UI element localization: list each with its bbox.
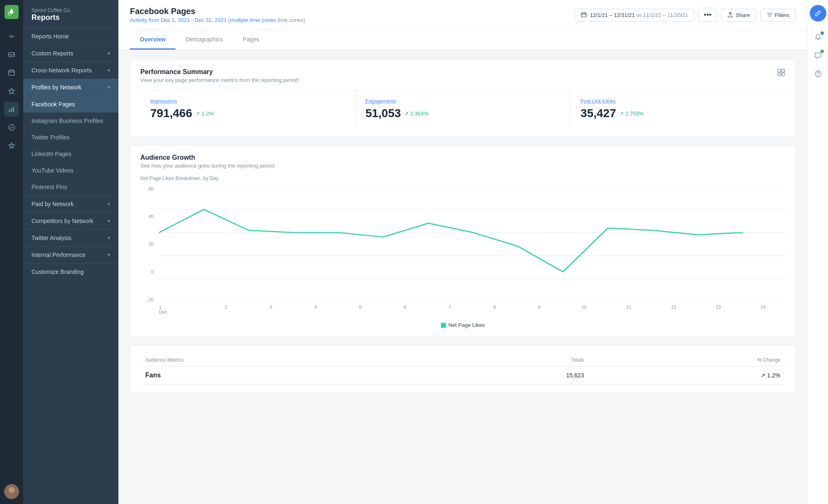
line-chart-svg [159, 186, 785, 302]
compose-icon[interactable]: ✏ [4, 29, 19, 44]
svg-point-7 [7, 493, 17, 499]
engagements-change: ↗ 2,364% [404, 110, 428, 117]
notifications-icon[interactable] [811, 30, 826, 45]
impressions-value: 791,466 ↗ 1.2% [150, 107, 345, 120]
logo-icon[interactable] [5, 5, 19, 19]
content-area: Performance Summary View your key page p… [118, 50, 807, 411]
metric-fans-total: 15,623 [425, 367, 589, 384]
user-avatar[interactable] [4, 484, 19, 499]
audience-metrics-card: Audience Metrics Totals % Change Fans 15… [130, 345, 796, 393]
sidebar-item-cross-network[interactable]: Cross-Network Reports ▾ [23, 62, 118, 79]
main-header: Facebook Pages Activity from Dec 1, 2021… [118, 0, 807, 30]
table-row: Fans 15,623 ↗ 1.2% [140, 367, 785, 384]
sidebar-item-facebook-pages[interactable]: Facebook Pages [23, 96, 118, 113]
col-metric: Audience Metrics [140, 354, 425, 367]
chart-x-axis: 1Dec 2 3 4 5 6 7 8 9 10 11 12 13 14 [159, 302, 785, 319]
tab-demographics[interactable]: Demographics [176, 30, 233, 50]
page-info: Facebook Pages Activity from Dec 1, 2021… [130, 7, 305, 23]
svg-point-6 [9, 487, 14, 493]
chart-container: 60 40 20 0 -20 [140, 186, 785, 319]
help-icon[interactable] [811, 66, 826, 81]
svg-rect-10 [782, 69, 785, 72]
legend-net-page-likes: Net Page Likes [441, 322, 485, 328]
metric-engagements: Engagements 51,053 ↗ 2,364% [356, 90, 571, 128]
grid-icon[interactable] [777, 68, 785, 78]
icon-rail: ✏ [0, 0, 23, 504]
sidebar-item-twitter-profiles[interactable]: Twitter Profiles [23, 129, 118, 146]
audience-growth-subtitle: See how your audience grew during the re… [140, 163, 276, 169]
performance-summary-subtitle: View your key page performance metrics f… [140, 77, 298, 83]
chart-label: Net Page Likes Breakdown, by Day [140, 175, 785, 181]
performance-summary-title: Performance Summary [140, 68, 298, 76]
col-totals: Totals [425, 354, 589, 367]
sidebar-item-competitors[interactable]: Competitors by Network ▾ [23, 213, 118, 230]
chart-svg-area [159, 186, 785, 302]
sidebar-item-instagram[interactable]: Instagram Business Profiles [23, 113, 118, 129]
tasks-icon[interactable] [4, 120, 19, 135]
svg-rect-1 [9, 70, 14, 75]
reports-icon[interactable] [4, 102, 19, 117]
inbox-icon[interactable] [4, 47, 19, 62]
timezone-link[interactable]: multiple time zones [230, 17, 276, 23]
svg-rect-9 [778, 69, 781, 72]
sidebar-item-twitter-analysis[interactable]: Twitter Analysis ▾ [23, 230, 118, 247]
metric-fans-label: Fans [140, 367, 425, 384]
metric-post-link-clicks: Post Link Clicks 35,427 ↗ 2,750% [570, 90, 785, 128]
svg-rect-8 [581, 13, 586, 17]
page-title: Facebook Pages [130, 7, 305, 16]
svg-rect-4 [13, 107, 14, 112]
company-name: Sprout Coffee Co. [31, 7, 110, 13]
engagements-label[interactable]: Engagements [366, 98, 561, 104]
metric-fans-change: ↗ 1.2% [589, 367, 785, 384]
metrics-row: Impressions 791,466 ↗ 1.2% Engagements 5… [140, 90, 785, 128]
post-link-clicks-change: ↗ 2,750% [619, 110, 644, 117]
sidebar-item-pinterest[interactable]: Pinterest Pins [23, 179, 118, 196]
right-rail [807, 0, 828, 504]
sidebar: Sprout Coffee Co. Reports Reports Home C… [23, 0, 118, 504]
chevron-icon: ▾ [108, 84, 110, 90]
tab-pages[interactable]: Pages [233, 30, 270, 50]
more-options-button[interactable]: ••• [698, 8, 717, 22]
chevron-icon: ▾ [108, 67, 110, 73]
pin-icon[interactable] [4, 84, 19, 98]
chevron-icon: ▾ [108, 252, 110, 258]
impressions-change: ↗ 1.2% [195, 110, 214, 117]
chevron-icon: ▾ [108, 218, 110, 224]
date-range-button[interactable]: 12/1/21 – 12/31/21 vs 11/1/21 – 11/30/21 [575, 9, 694, 22]
svg-rect-12 [782, 73, 785, 76]
svg-point-20 [818, 75, 818, 76]
header-actions: 12/1/21 – 12/31/21 vs 11/1/21 – 11/30/21… [575, 8, 796, 22]
svg-rect-2 [9, 110, 10, 112]
compose-button[interactable] [810, 5, 826, 22]
page-subtitle: Activity from Dec 1, 2021 - Dec 31, 2021… [130, 17, 305, 23]
impressions-label[interactable]: Impressions [150, 98, 345, 104]
sidebar-item-internal-performance[interactable]: Internal Performance ▾ [23, 247, 118, 264]
sidebar-item-linkedin[interactable]: LinkedIn Pages [23, 146, 118, 162]
publish-icon[interactable] [4, 65, 19, 80]
legend-label: Net Page Likes [448, 322, 485, 328]
share-button[interactable]: Share [721, 9, 756, 22]
chart-legend: Net Page Likes [140, 322, 785, 328]
chevron-icon: ▾ [108, 50, 110, 56]
section-title: Reports [31, 13, 110, 22]
chevron-icon: ▾ [108, 235, 110, 241]
sidebar-item-youtube[interactable]: YouTube Videos [23, 162, 118, 179]
notification-badge [821, 31, 824, 35]
metric-impressions: Impressions 791,466 ↗ 1.2% [140, 90, 356, 128]
sidebar-item-reports-home[interactable]: Reports Home [23, 28, 118, 45]
legend-dot [441, 323, 446, 328]
tab-overview[interactable]: Overview [130, 30, 176, 50]
chevron-icon: ▾ [108, 201, 110, 207]
filters-button[interactable]: Filters [761, 9, 796, 22]
chat-icon[interactable] [811, 48, 826, 63]
post-link-clicks-label[interactable]: Post Link Clicks [580, 98, 775, 104]
sidebar-item-custom-reports[interactable]: Custom Reports ▾ [23, 45, 118, 62]
chat-badge [821, 50, 824, 53]
date-range-text: 12/1/21 – 12/31/21 vs 11/1/21 – 11/30/21 [590, 12, 688, 18]
sidebar-item-paid-by-network[interactable]: Paid by Network ▾ [23, 196, 118, 213]
sidebar-item-customize-branding[interactable]: Customize Branding [23, 264, 118, 280]
sidebar-item-profiles-by-network[interactable]: Profiles by Network ▾ [23, 79, 118, 96]
star-icon[interactable] [4, 138, 19, 153]
performance-summary-card: Performance Summary View your key page p… [130, 60, 796, 137]
audience-metrics-table: Audience Metrics Totals % Change Fans 15… [140, 354, 785, 384]
